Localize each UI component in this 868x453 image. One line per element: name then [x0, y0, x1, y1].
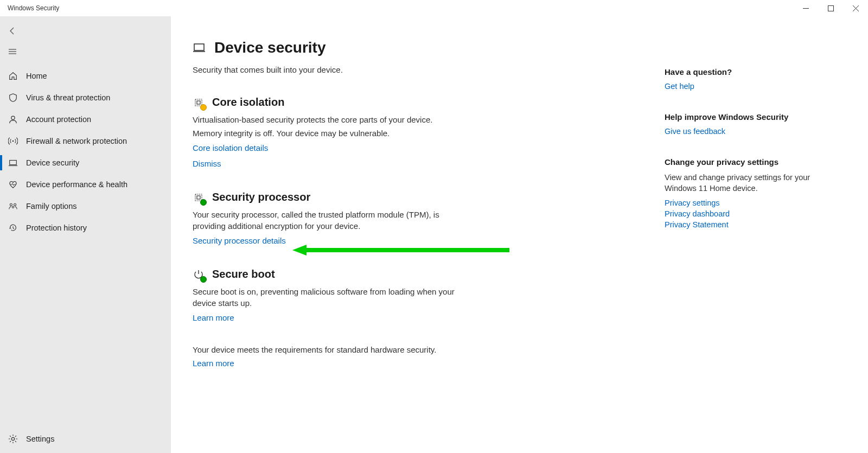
privacy-settings-link[interactable]: Privacy settings [665, 199, 816, 207]
main: Device security Security that comes buil… [171, 16, 868, 453]
gear-icon [8, 433, 18, 444]
aside-improve: Help improve Windows Security Give us fe… [665, 112, 816, 136]
sidebar-item-label: Protection history [26, 224, 87, 232]
sidebar-item-virus[interactable]: Virus & threat protection [0, 87, 171, 109]
dismiss-link[interactable]: Dismiss [193, 159, 632, 168]
page-title: Device security [193, 39, 632, 56]
aside-privacy: Change your privacy settings View and ch… [665, 157, 816, 229]
security-processor-details-link[interactable]: Security processor details [193, 236, 632, 245]
history-icon [8, 222, 18, 233]
sidebar-item-performance[interactable]: Device performance & health [0, 174, 171, 195]
page-subtitle: Security that comes built into your devi… [193, 65, 632, 74]
window-title: Windows Security [8, 4, 59, 12]
section-core-isolation: Core isolation Virtualisation-based secu… [193, 96, 632, 168]
menu-button[interactable] [0, 41, 171, 62]
svg-rect-1 [828, 5, 833, 11]
core-isolation-details-link[interactable]: Core isolation details [193, 143, 632, 152]
sidebar-item-device-security[interactable]: Device security [0, 152, 171, 174]
svg-point-11 [10, 203, 12, 206]
person-icon [8, 114, 18, 125]
svg-point-8 [12, 141, 14, 142]
antenna-icon [8, 136, 18, 146]
sidebar-item-label: Device security [26, 158, 79, 167]
section-secure-boot: Secure boot Secure boot is on, preventin… [193, 268, 632, 322]
svg-rect-15 [194, 44, 204, 50]
sidebar-item-label: Family options [26, 202, 76, 210]
maximize-button[interactable] [818, 0, 843, 16]
chip-ok-icon [193, 192, 205, 203]
nav-list: Home Virus & threat protection Account p… [0, 62, 171, 428]
sidebar-item-label: Account protection [26, 115, 91, 124]
get-help-link[interactable]: Get help [665, 82, 816, 91]
power-ok-icon [193, 269, 205, 280]
sidebar-item-account[interactable]: Account protection [0, 109, 171, 130]
back-button[interactable] [0, 21, 171, 41]
heart-icon [8, 179, 18, 190]
svg-point-12 [14, 203, 16, 206]
family-icon [8, 201, 18, 212]
standard-hw-learn-more-link[interactable]: Learn more [193, 359, 632, 368]
sidebar-item-label: Virus & threat protection [26, 93, 110, 102]
content: Device security Security that comes buil… [193, 39, 632, 453]
aside: Have a question? Get help Help improve W… [665, 39, 816, 453]
chip-warning-icon [193, 97, 205, 109]
sidebar-item-label: Firewall & network protection [26, 137, 127, 145]
minimize-button[interactable] [793, 0, 818, 16]
titlebar: Windows Security [0, 0, 868, 16]
section-security-processor: Security processor Your security process… [193, 191, 632, 245]
privacy-statement-link[interactable]: Privacy Statement [665, 220, 816, 229]
aside-question: Have a question? Get help [665, 67, 816, 91]
sidebar-item-history[interactable]: Protection history [0, 217, 171, 239]
svg-rect-18 [197, 101, 200, 104]
sidebar-item-label: Device performance & health [26, 180, 127, 189]
arrow-annotation [292, 245, 509, 256]
sidebar-item-home[interactable]: Home [0, 65, 171, 87]
svg-point-14 [11, 437, 14, 440]
laptop-icon [193, 41, 206, 54]
window-controls [793, 0, 868, 16]
sidebar-item-label: Settings [26, 435, 54, 443]
svg-marker-22 [292, 245, 307, 256]
privacy-dashboard-link[interactable]: Privacy dashboard [665, 209, 816, 218]
sidebar-item-family[interactable]: Family options [0, 195, 171, 217]
svg-rect-21 [302, 248, 509, 252]
sidebar: Home Virus & threat protection Account p… [0, 16, 171, 453]
shield-icon [8, 92, 18, 103]
sidebar-item-settings[interactable]: Settings [0, 428, 171, 450]
secure-boot-learn-more-link[interactable]: Learn more [193, 313, 632, 322]
svg-rect-9 [10, 161, 17, 165]
sidebar-item-firewall[interactable]: Firewall & network protection [0, 130, 171, 152]
svg-point-13 [12, 206, 14, 208]
svg-rect-20 [197, 196, 200, 199]
feedback-link[interactable]: Give us feedback [665, 127, 816, 136]
sidebar-item-label: Home [26, 72, 47, 80]
laptop-icon [8, 157, 18, 168]
svg-point-7 [11, 116, 15, 119]
home-icon [8, 71, 18, 81]
app-body: Home Virus & threat protection Account p… [0, 16, 868, 453]
hardware-security-status: Your device meets the requirements for s… [193, 345, 632, 354]
close-button[interactable] [843, 0, 868, 16]
